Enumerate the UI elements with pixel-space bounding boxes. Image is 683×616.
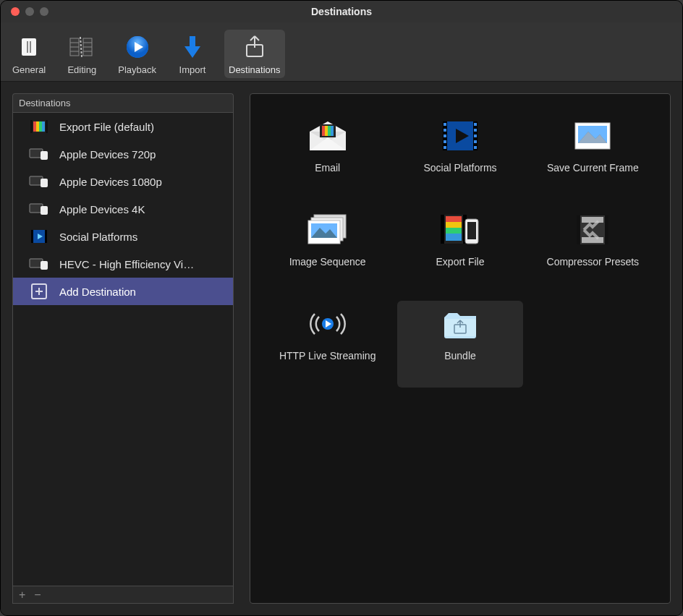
toolbar-tab-destinations[interactable]: Destinations	[224, 30, 285, 78]
sidebar-item-apple-1080p[interactable]: Apple Devices 1080p	[13, 168, 233, 195]
svg-rect-43	[325, 126, 328, 136]
sidebar-item-label: Apple Devices 4K	[59, 203, 217, 215]
sidebar-footer: + −	[12, 586, 234, 604]
svg-rect-21	[42, 121, 45, 132]
film-color-icon	[29, 119, 49, 134]
svg-rect-27	[41, 179, 48, 187]
download-arrow-icon	[178, 33, 207, 61]
gallery-item-save-current-frame[interactable]: Save Current Frame	[530, 113, 656, 200]
svg-line-11	[80, 37, 82, 57]
sidebar-item-apple-4k[interactable]: Apple Devices 4K	[13, 195, 233, 223]
gallery-item-export-file[interactable]: Export File	[397, 207, 522, 294]
svg-rect-78	[467, 222, 476, 239]
devices-icon	[29, 174, 49, 189]
svg-rect-55	[474, 123, 477, 126]
gallery-item-label: Social Platforms	[423, 162, 496, 174]
toolbar-tab-label: Destinations	[229, 64, 281, 75]
svg-rect-73	[446, 216, 462, 222]
gallery-item-compressor-presets[interactable]: Compressor Presets	[530, 207, 656, 294]
destination-gallery: Email Social Platforms Save Current Fram…	[250, 93, 671, 604]
devices-icon	[29, 146, 49, 162]
window-title: Destinations	[1, 6, 682, 17]
sidebar-item-export-file[interactable]: Export File (default)	[13, 113, 233, 140]
gallery-item-label: Bundle	[444, 350, 476, 362]
film-phone-icon	[438, 211, 482, 249]
svg-rect-59	[474, 146, 477, 149]
svg-rect-45	[331, 126, 334, 136]
svg-rect-54	[444, 146, 446, 149]
gallery-item-label: Compressor Presets	[547, 256, 640, 268]
svg-rect-19	[36, 121, 39, 132]
sidebar-item-label: Apple Devices 720p	[59, 148, 217, 161]
sidebar-item-apple-720p[interactable]: Apple Devices 720p	[13, 140, 233, 168]
plus-box-icon	[29, 283, 49, 299]
toolbar-tab-label: Editing	[67, 64, 96, 75]
envelope-icon	[306, 117, 349, 155]
slider-icon	[14, 33, 43, 61]
svg-rect-20	[39, 121, 42, 132]
gallery-item-http-live-streaming[interactable]: HTTP Live Streaming	[265, 301, 390, 388]
svg-rect-25	[41, 151, 48, 160]
close-window-button[interactable]	[11, 7, 20, 16]
svg-rect-51	[444, 129, 446, 132]
gallery-item-social-platforms[interactable]: Social Platforms	[397, 113, 522, 200]
toolbar-tab-editing[interactable]: Editing	[63, 30, 101, 78]
film-reel-icon	[67, 33, 96, 61]
gallery-item-bundle[interactable]: Bundle	[397, 301, 522, 388]
settings-window: Destinations General	[0, 0, 683, 616]
sidebar-item-label: Apple Devices 1080p	[59, 176, 217, 188]
svg-rect-35	[41, 261, 48, 270]
minimize-window-button[interactable]	[25, 7, 34, 16]
toolbar-tab-general[interactable]: General	[8, 30, 50, 78]
compressor-icon	[571, 211, 614, 249]
svg-rect-81	[605, 215, 608, 244]
svg-rect-74	[446, 222, 462, 228]
toolbar-tab-label: Playback	[118, 64, 156, 75]
folder-share-icon	[438, 305, 482, 343]
svg-rect-57	[474, 134, 477, 137]
svg-rect-53	[444, 140, 446, 143]
sidebar-item-label: HEVC - High Efficiency Vi…	[59, 258, 217, 270]
svg-rect-22	[30, 120, 33, 133]
svg-rect-23	[46, 120, 48, 133]
film-play-icon	[438, 117, 482, 155]
svg-rect-71	[441, 215, 444, 244]
svg-rect-0	[22, 38, 36, 56]
window-controls	[1, 7, 48, 16]
add-button[interactable]: +	[19, 589, 25, 602]
devices-icon	[29, 201, 49, 217]
zoom-window-button[interactable]	[40, 7, 48, 16]
gallery-item-image-sequence[interactable]: Image Sequence	[265, 207, 390, 294]
broadcast-icon	[306, 305, 349, 343]
sidebar-item-add-destination[interactable]: Add Destination	[13, 278, 233, 305]
svg-rect-80	[577, 215, 580, 244]
gallery-item-label: HTTP Live Streaming	[279, 350, 376, 362]
film-play-icon	[29, 228, 49, 244]
titlebar: Destinations	[1, 1, 682, 22]
svg-rect-29	[41, 206, 48, 215]
svg-rect-50	[444, 123, 446, 126]
gallery-item-label: Export File	[436, 256, 485, 268]
toolbar-tab-label: General	[12, 64, 46, 75]
gallery-item-label: Save Current Frame	[547, 162, 639, 174]
svg-rect-76	[446, 234, 462, 241]
sidebar-item-label: Social Platforms	[59, 231, 217, 243]
toolbar-tab-import[interactable]: Import	[174, 30, 211, 78]
toolbar-tab-playback[interactable]: Playback	[114, 30, 161, 78]
content-area: Destinations Export File (default) Apple…	[1, 82, 682, 615]
gallery-item-label: Image Sequence	[289, 256, 366, 268]
sidebar-item-hevc[interactable]: HEVC - High Efficiency Vi…	[13, 250, 233, 278]
svg-rect-83	[582, 237, 603, 243]
gallery-item-email[interactable]: Email	[265, 113, 390, 200]
photo-stack-icon	[306, 211, 349, 249]
svg-rect-2	[30, 41, 31, 53]
svg-rect-42	[322, 126, 325, 136]
svg-rect-44	[328, 126, 331, 136]
remove-button[interactable]: −	[34, 589, 41, 602]
sidebar-item-social-platforms[interactable]: Social Platforms	[13, 223, 233, 250]
play-circle-icon	[123, 33, 152, 61]
svg-rect-58	[474, 140, 477, 143]
svg-rect-32	[45, 230, 47, 243]
sidebar-item-label: Add Destination	[59, 286, 217, 298]
sidebar-item-label: Export File (default)	[59, 121, 217, 133]
